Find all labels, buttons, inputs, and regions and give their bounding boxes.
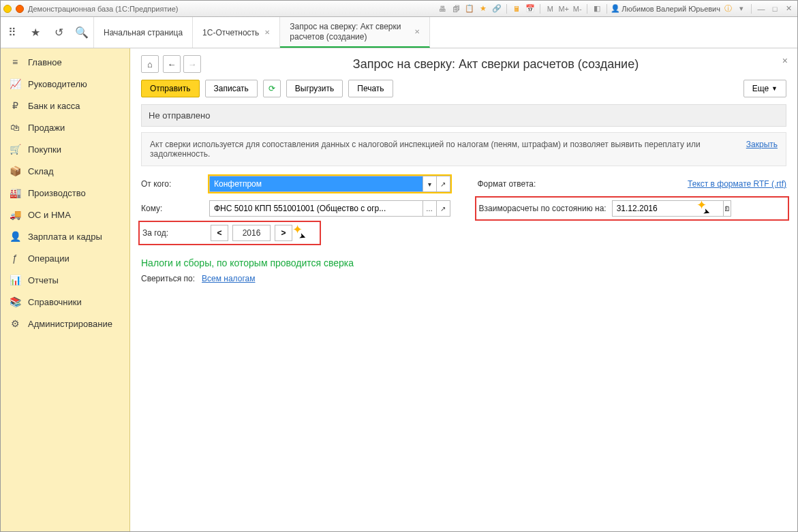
format-link[interactable]: Текст в формате RTF (.rtf) bbox=[688, 179, 786, 189]
refresh-button[interactable]: ⟳ bbox=[263, 80, 281, 97]
from-input[interactable] bbox=[209, 176, 423, 192]
info-close-link[interactable]: Закрыть bbox=[746, 140, 778, 149]
sidebar-item-label: Операции bbox=[28, 253, 70, 264]
sidebar-item-reports[interactable]: 📊Отчеты bbox=[1, 269, 129, 291]
tab-close-icon[interactable]: ✕ bbox=[264, 29, 270, 36]
ellipsis-button[interactable]: … bbox=[423, 200, 437, 217]
form-area: От кого: ▾ ↗ Кому: … ↗ bbox=[130, 174, 797, 248]
asof-label: Взаиморасчеты по состоянию на: bbox=[479, 204, 607, 213]
tab-close-icon[interactable]: ✕ bbox=[414, 28, 420, 35]
user-icon: 👤 bbox=[611, 4, 620, 13]
open-button[interactable]: ↗ bbox=[437, 176, 450, 192]
sidebar-item-production[interactable]: 🏭Производство bbox=[1, 182, 129, 204]
app-icon-1c bbox=[3, 5, 12, 13]
box-icon: 📦 bbox=[9, 166, 21, 176]
gear-icon: ⚙ bbox=[9, 318, 21, 329]
fx-icon: ƒ bbox=[9, 253, 21, 264]
from-input-group: ▾ ↗ bbox=[209, 176, 450, 192]
to-input-group: … ↗ bbox=[209, 200, 450, 217]
cart-icon: 🛒 bbox=[9, 144, 21, 155]
sidebar-item-label: Администрирование bbox=[28, 319, 112, 329]
sidebar-item-label: Склад bbox=[28, 166, 54, 176]
app-icon-nav[interactable] bbox=[16, 5, 24, 13]
tab-reconciliation-request[interactable]: Запрос на сверку: Акт сверки расчетов (с… bbox=[280, 17, 430, 48]
app-title: Демонстрационная база (1С:Предприятие) bbox=[28, 5, 178, 13]
info-icon[interactable]: ⓘ bbox=[722, 3, 734, 14]
verify-row: Свериться по: Всем налогам bbox=[130, 274, 797, 283]
titlebar: Демонстрационная база (1С:Предприятие) 🖶… bbox=[1, 1, 797, 17]
window-icon[interactable]: ◧ bbox=[591, 3, 603, 14]
to-input[interactable] bbox=[209, 200, 423, 217]
m-recall[interactable]: M bbox=[544, 3, 556, 14]
year-value[interactable]: 2016 bbox=[232, 225, 271, 241]
info-text: Акт сверки используется для сопоставлени… bbox=[150, 140, 733, 159]
sidebar-item-operations[interactable]: ƒОперации bbox=[1, 247, 129, 269]
sidebar-item-assets[interactable]: 🚚ОС и НМА bbox=[1, 204, 129, 225]
sidebar-item-admin[interactable]: ⚙Администрирование bbox=[1, 313, 129, 334]
user-name[interactable]: Любимов Валерий Юрьевич bbox=[621, 5, 720, 13]
export-button[interactable]: Выгрузить bbox=[286, 80, 343, 97]
sidebar-item-warehouse[interactable]: 📦Склад bbox=[1, 160, 129, 182]
history-icon[interactable]: ↺ bbox=[52, 27, 65, 39]
m-plus[interactable]: M+ bbox=[557, 3, 570, 14]
dropdown-icon[interactable]: ▾ bbox=[735, 3, 748, 14]
refresh-icon: ⟳ bbox=[268, 84, 275, 93]
page-close-button[interactable]: × bbox=[782, 55, 788, 66]
save-button[interactable]: Записать bbox=[205, 80, 258, 97]
sidebar: ≡Главное 📈Руководителю ₽Банк и касса 🛍Пр… bbox=[1, 48, 130, 531]
sidebar-item-label: Покупки bbox=[28, 144, 61, 155]
open-button[interactable]: ↗ bbox=[437, 200, 450, 217]
sidebar-item-payroll[interactable]: 👤Зарплата и кадры bbox=[1, 225, 129, 247]
truck-icon: 🚚 bbox=[9, 209, 21, 220]
calc-icon[interactable]: 🖩 bbox=[510, 3, 523, 14]
year-stepper: < 2016 > bbox=[211, 225, 310, 241]
apps-icon[interactable]: ⠿ bbox=[6, 27, 18, 39]
link-icon[interactable]: 🔗 bbox=[491, 3, 503, 14]
favorite-icon[interactable]: ★ bbox=[29, 27, 42, 39]
sidebar-item-label: Продажи bbox=[28, 123, 65, 133]
tab-label: Начальная страница bbox=[104, 28, 183, 37]
maximize-button[interactable]: □ bbox=[769, 3, 781, 14]
year-next-button[interactable]: > bbox=[275, 225, 292, 241]
print-button[interactable]: Печать bbox=[348, 80, 393, 97]
verify-link[interactable]: Всем налогам bbox=[202, 274, 255, 283]
m-minus[interactable]: M- bbox=[571, 3, 583, 14]
tab-start-page[interactable]: Начальная страница bbox=[94, 17, 193, 48]
star-icon[interactable]: ★ bbox=[477, 3, 489, 14]
calendar-button[interactable]: 🗓 bbox=[724, 200, 731, 217]
close-button[interactable]: ✕ bbox=[782, 3, 795, 14]
back-button[interactable]: ← bbox=[163, 55, 181, 73]
sidebar-item-purchases[interactable]: 🛒Покупки bbox=[1, 138, 129, 160]
tab-bar: Начальная страница 1С-Отчетность ✕ Запро… bbox=[94, 17, 797, 48]
sidebar-item-directories[interactable]: 📚Справочники bbox=[1, 291, 129, 313]
calendar-icon[interactable]: 📅 bbox=[524, 3, 536, 14]
printer-icon[interactable]: 🖶 bbox=[436, 3, 448, 14]
bars-icon: 📊 bbox=[9, 275, 21, 285]
content-area: ⌂ ← → Запрос на сверку: Акт сверки расче… bbox=[130, 48, 797, 531]
sidebar-item-manager[interactable]: 📈Руководителю bbox=[1, 73, 129, 95]
info-box: Акт сверки используется для сопоставлени… bbox=[141, 132, 786, 166]
section-title: Налоги и сборы, по которым проводится св… bbox=[141, 257, 786, 268]
more-button[interactable]: Еще▼ bbox=[743, 80, 786, 97]
books-icon: 📚 bbox=[9, 296, 21, 307]
sidebar-item-label: Банк и касса bbox=[28, 101, 80, 111]
status-strip: Не отправлено bbox=[141, 104, 786, 127]
tab-1c-reporting[interactable]: 1С-Отчетность ✕ bbox=[193, 17, 280, 48]
person-icon: 👤 bbox=[9, 231, 21, 242]
year-prev-button[interactable]: < bbox=[211, 225, 228, 241]
sidebar-item-bank[interactable]: ₽Банк и касса bbox=[1, 95, 129, 116]
tab-label: 1С-Отчетность bbox=[202, 28, 259, 37]
sidebar-item-main[interactable]: ≡Главное bbox=[1, 51, 129, 73]
send-button[interactable]: Отправить bbox=[141, 80, 200, 97]
minimize-button[interactable]: — bbox=[755, 3, 767, 14]
dropdown-button[interactable]: ▾ bbox=[423, 176, 437, 192]
home-button[interactable]: ⌂ bbox=[141, 55, 159, 73]
sidebar-item-label: ОС и НМА bbox=[28, 210, 71, 220]
clipboard-icon[interactable]: 📋 bbox=[463, 3, 476, 14]
forward-button[interactable]: → bbox=[183, 55, 201, 73]
search-icon[interactable]: 🔍 bbox=[76, 27, 88, 39]
action-bar: Отправить Записать ⟳ Выгрузить Печать Ещ… bbox=[130, 73, 797, 104]
doc-icon[interactable]: 🗐 bbox=[450, 3, 462, 14]
sidebar-item-sales[interactable]: 🛍Продажи bbox=[1, 116, 129, 138]
cursor-highlight-icon bbox=[701, 202, 714, 215]
